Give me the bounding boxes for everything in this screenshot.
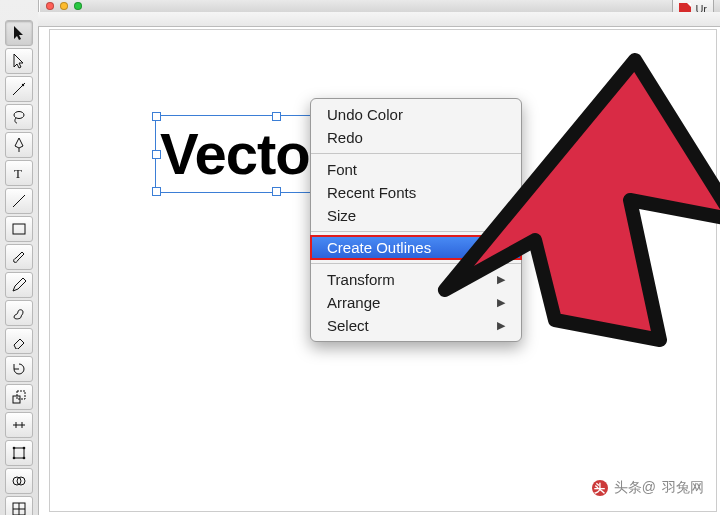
- chevron-right-icon: ▶: [497, 319, 505, 332]
- menu-arrange[interactable]: Arrange▶: [311, 291, 521, 314]
- tools-panel: T: [0, 0, 39, 515]
- svg-line-3: [13, 195, 25, 207]
- context-menu: Undo Color Redo Font Recent Fonts Size C…: [310, 98, 522, 342]
- app-window: T Ur Vecto: [0, 0, 720, 515]
- resize-handle-ml[interactable]: [152, 150, 161, 159]
- resize-handle-tl[interactable]: [152, 112, 161, 121]
- watermark: 头 头条@ 羽兔网: [592, 479, 704, 497]
- svg-point-0: [22, 84, 24, 86]
- resize-handle-tm[interactable]: [272, 112, 281, 121]
- magic-wand-tool[interactable]: [5, 76, 33, 102]
- svg-point-1: [14, 112, 24, 119]
- menu-redo[interactable]: Redo: [311, 126, 521, 149]
- menu-transform[interactable]: Transform▶: [311, 268, 521, 291]
- menu-select[interactable]: Select▶: [311, 314, 521, 337]
- selection-tool[interactable]: [5, 20, 33, 46]
- svg-rect-6: [17, 391, 25, 399]
- mesh-tool[interactable]: [5, 496, 33, 515]
- chevron-right-icon: ▶: [497, 273, 505, 286]
- watermark-name: 羽兔网: [662, 479, 704, 497]
- window-controls: [46, 2, 82, 10]
- free-transform-tool[interactable]: [5, 440, 33, 466]
- close-window-button[interactable]: [46, 2, 54, 10]
- resize-handle-bl[interactable]: [152, 187, 161, 196]
- menu-sep-2: [311, 231, 521, 232]
- svg-point-8: [13, 447, 16, 450]
- svg-point-10: [13, 457, 16, 460]
- svg-rect-7: [14, 448, 24, 458]
- menu-create-outlines[interactable]: Create Outlines: [311, 236, 521, 259]
- rectangle-tool[interactable]: [5, 216, 33, 242]
- paintbrush-tool[interactable]: [5, 244, 33, 270]
- rotate-tool[interactable]: [5, 356, 33, 382]
- menu-recent-fonts[interactable]: Recent Fonts: [311, 181, 521, 204]
- svg-point-9: [23, 447, 26, 450]
- menu-font[interactable]: Font: [311, 158, 521, 181]
- svg-text:T: T: [14, 166, 22, 181]
- watermark-icon: 头: [592, 480, 608, 496]
- menu-size[interactable]: Size: [311, 204, 521, 227]
- width-tool[interactable]: [5, 412, 33, 438]
- horizontal-ruler: [38, 12, 720, 27]
- pen-tool[interactable]: [5, 132, 33, 158]
- minimize-window-button[interactable]: [60, 2, 68, 10]
- artboard[interactable]: Vecto Undo Color Redo Font Recent Fonts …: [50, 30, 716, 511]
- menu-sep-3: [311, 263, 521, 264]
- menu-sep-1: [311, 153, 521, 154]
- watermark-prefix: 头条@: [614, 479, 656, 497]
- scale-tool[interactable]: [5, 384, 33, 410]
- direct-selection-tool[interactable]: [5, 48, 33, 74]
- lasso-tool[interactable]: [5, 104, 33, 130]
- resize-handle-bm[interactable]: [272, 187, 281, 196]
- svg-point-11: [23, 457, 26, 460]
- blob-brush-tool[interactable]: [5, 300, 33, 326]
- svg-rect-4: [13, 224, 25, 234]
- type-tool[interactable]: T: [5, 160, 33, 186]
- chevron-right-icon: ▶: [497, 296, 505, 309]
- zoom-window-button[interactable]: [74, 2, 82, 10]
- menu-undo[interactable]: Undo Color: [311, 103, 521, 126]
- eraser-tool[interactable]: [5, 328, 33, 354]
- pencil-tool[interactable]: [5, 272, 33, 298]
- line-tool[interactable]: [5, 188, 33, 214]
- shape-builder-tool[interactable]: [5, 468, 33, 494]
